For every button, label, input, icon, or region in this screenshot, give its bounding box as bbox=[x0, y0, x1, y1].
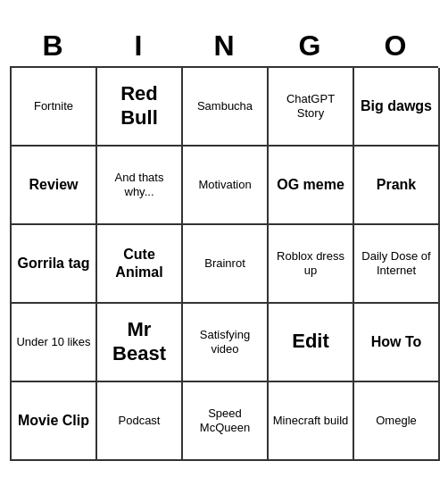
bingo-cell-1-0: Review bbox=[12, 147, 97, 225]
bingo-cell-text-4-3: Minecraft build bbox=[273, 414, 349, 428]
bingo-cell-2-4: Daily Dose of Internet bbox=[354, 225, 440, 304]
bingo-cell-text-2-0: Gorrila tag bbox=[18, 255, 90, 272]
bingo-cell-4-3: Minecraft build bbox=[269, 382, 354, 461]
bingo-cell-3-4: How To bbox=[354, 304, 440, 382]
bingo-container: BINGO FortniteRed BullSambuchaChatGPT St… bbox=[10, 26, 438, 461]
bingo-cell-text-3-3: Edit bbox=[292, 330, 329, 353]
bingo-cell-text-3-2: Satisfying video bbox=[187, 328, 263, 356]
bingo-cell-text-2-3: Roblox dress up bbox=[272, 249, 349, 277]
bingo-cell-text-4-2: Speed McQueen bbox=[187, 406, 263, 434]
bingo-cell-text-2-2: Brainrot bbox=[204, 256, 245, 271]
bingo-cell-0-1: Red Bull bbox=[97, 68, 183, 147]
bingo-cell-text-1-2: Motivation bbox=[198, 178, 251, 192]
bingo-letter-o: O bbox=[356, 29, 435, 63]
bingo-cell-text-0-2: Sambucha bbox=[197, 99, 253, 113]
bingo-cell-text-1-0: Review bbox=[29, 176, 78, 193]
bingo-letter-n: N bbox=[185, 29, 263, 63]
bingo-cell-text-1-4: Prank bbox=[377, 176, 416, 193]
bingo-cell-1-3: OG meme bbox=[269, 147, 354, 225]
bingo-letter-g: G bbox=[270, 29, 349, 63]
bingo-header: BINGO bbox=[10, 26, 438, 66]
bingo-cell-text-0-0: Fortnite bbox=[34, 99, 73, 113]
bingo-cell-text-4-4: Omegle bbox=[376, 414, 417, 428]
bingo-cell-0-2: Sambucha bbox=[183, 68, 269, 147]
bingo-cell-4-1: Podcast bbox=[97, 382, 183, 461]
bingo-cell-2-3: Roblox dress up bbox=[269, 225, 354, 304]
bingo-cell-text-3-4: How To bbox=[371, 333, 422, 350]
bingo-cell-4-4: Omegle bbox=[354, 382, 440, 461]
bingo-letter-i: I bbox=[99, 29, 178, 63]
bingo-cell-1-2: Motivation bbox=[183, 147, 269, 225]
bingo-cell-text-2-4: Daily Dose of Internet bbox=[358, 249, 435, 277]
bingo-cell-0-0: Fortnite bbox=[12, 68, 97, 147]
bingo-cell-0-3: ChatGPT Story bbox=[269, 68, 354, 147]
bingo-letter-b: B bbox=[13, 29, 92, 63]
bingo-cell-text-0-3: ChatGPT Story bbox=[272, 92, 349, 120]
bingo-cell-2-1: Cute Animal bbox=[97, 225, 183, 304]
bingo-cell-3-1: Mr Beast bbox=[97, 304, 183, 382]
bingo-cell-4-2: Speed McQueen bbox=[183, 382, 269, 461]
bingo-cell-text-4-1: Podcast bbox=[119, 414, 161, 428]
bingo-cell-2-0: Gorrila tag bbox=[12, 225, 97, 304]
bingo-cell-0-4: Big dawgs bbox=[354, 68, 440, 147]
bingo-cell-text-3-1: Mr Beast bbox=[101, 318, 178, 365]
bingo-cell-text-1-1: And thats why... bbox=[101, 171, 178, 198]
bingo-cell-text-0-4: Big dawgs bbox=[361, 97, 432, 114]
bingo-cell-1-1: And thats why... bbox=[97, 147, 183, 225]
bingo-cell-1-4: Prank bbox=[354, 147, 440, 225]
bingo-cell-text-0-1: Red Bull bbox=[101, 82, 178, 130]
bingo-cell-text-3-0: Under 10 likes bbox=[16, 335, 90, 349]
bingo-cell-text-2-1: Cute Animal bbox=[101, 246, 178, 280]
bingo-grid: FortniteRed BullSambuchaChatGPT StoryBig… bbox=[10, 66, 438, 461]
bingo-cell-text-4-0: Movie Clip bbox=[18, 412, 89, 429]
bingo-cell-2-2: Brainrot bbox=[183, 225, 269, 304]
bingo-cell-3-3: Edit bbox=[269, 304, 354, 382]
bingo-cell-3-0: Under 10 likes bbox=[12, 304, 97, 382]
bingo-cell-text-1-3: OG meme bbox=[277, 176, 344, 193]
bingo-cell-3-2: Satisfying video bbox=[183, 304, 269, 382]
bingo-cell-4-0: Movie Clip bbox=[12, 382, 97, 461]
